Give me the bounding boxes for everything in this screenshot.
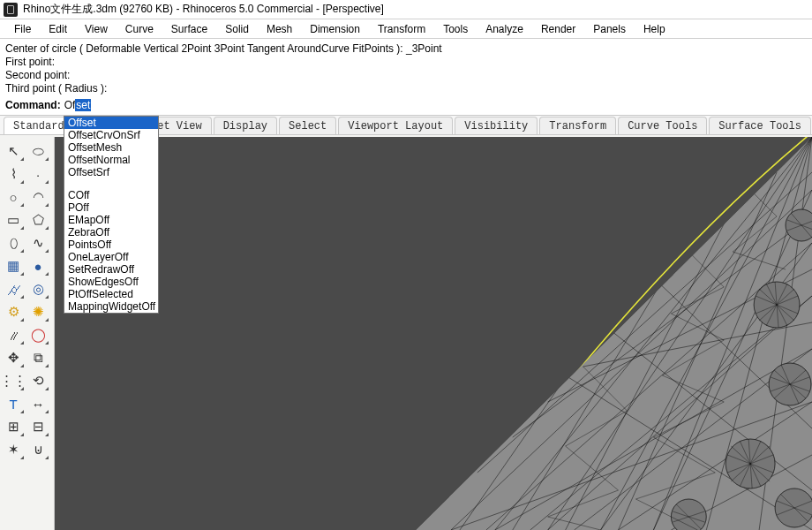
menu-mesh[interactable]: Mesh: [259, 21, 299, 37]
window-title: Rhino文件生成.3dm (92760 KB) - Rhinoceros 5.…: [23, 2, 384, 17]
copy-obj-tool[interactable]: ⧉: [26, 347, 49, 368]
autocomplete-item[interactable]: ZebraOff: [64, 226, 158, 238]
titlebar: Rhino文件生成.3dm (92760 KB) - Rhinoceros 5.…: [0, 0, 812, 19]
sphere-tool[interactable]: ●: [26, 255, 49, 276]
tube-tool[interactable]: ◎: [26, 278, 49, 299]
big-o-tool[interactable]: ◯: [26, 324, 49, 345]
autocomplete-item[interactable]: COff: [64, 189, 158, 201]
move-tool[interactable]: ✥: [2, 347, 25, 368]
group-tool[interactable]: ⊞: [2, 416, 25, 437]
arc-tool[interactable]: ◠: [26, 186, 49, 208]
tab-surface-tools[interactable]: Surface Tools: [709, 117, 811, 134]
viewport-perspective[interactable]: [55, 137, 812, 530]
autocomplete-item[interactable]: EMapOff: [64, 214, 158, 226]
history-line: Second point:: [5, 69, 807, 82]
menu-file[interactable]: File: [7, 21, 38, 37]
ellipse-tool[interactable]: ⬯: [2, 232, 25, 254]
command-typed: Ofset: [64, 99, 92, 111]
autocomplete-item[interactable]: OffsetNormal: [64, 154, 158, 166]
menu-solid[interactable]: Solid: [218, 21, 256, 37]
command-history: Center of circle ( Deformable Vertical 2…: [0, 39, 812, 97]
mesh-render: [55, 137, 812, 530]
menu-curve[interactable]: Curve: [118, 21, 161, 37]
autocomplete-item[interactable]: POff: [64, 201, 158, 214]
history-line: Center of circle ( Deformable Vertical 2…: [5, 42, 807, 56]
curve-tool[interactable]: ∿: [26, 232, 49, 254]
autocomplete-item[interactable]: Offset: [64, 117, 158, 129]
history-line: First point:: [5, 56, 807, 69]
autocomplete-item[interactable]: PointsOff: [64, 238, 158, 251]
explode-tool[interactable]: ✶: [2, 439, 25, 460]
menu-dimension[interactable]: Dimension: [303, 21, 367, 37]
autocomplete-item[interactable]: OffsetCrvOnSrf: [64, 129, 158, 141]
autocomplete-item[interactable]: OneLayerOff: [64, 251, 158, 263]
burst-tool[interactable]: ✺: [26, 301, 49, 322]
autocomplete-item[interactable]: SetRedrawOff: [64, 263, 158, 276]
polyline-tool[interactable]: ⌇: [2, 163, 25, 185]
offset-tool[interactable]: ⫽: [2, 324, 25, 345]
cylinder-tool[interactable]: ⌭: [2, 278, 25, 299]
tab-display[interactable]: Display: [214, 117, 277, 134]
tab-curve-tools[interactable]: Curve Tools: [618, 117, 707, 134]
rect-tool[interactable]: ▭: [2, 209, 25, 231]
autocomplete-item[interactable]: MappingWidgetOff: [64, 300, 158, 313]
lasso-tool[interactable]: ⬭: [26, 140, 49, 162]
menu-edit[interactable]: Edit: [41, 21, 74, 37]
autocomplete-item[interactable]: ShowEdgesOff: [64, 276, 158, 288]
command-line[interactable]: Command: Ofset: [0, 97, 812, 116]
menu-transform[interactable]: Transform: [371, 21, 432, 37]
tab-visibility[interactable]: Visibility: [455, 117, 538, 134]
gear-tool[interactable]: ⚙: [2, 301, 25, 322]
pointer-tool[interactable]: ↖: [2, 140, 25, 162]
menu-analyze[interactable]: Analyze: [478, 21, 530, 37]
autocomplete-item[interactable]: OffsetMesh: [64, 141, 158, 154]
tab-transform[interactable]: Transform: [539, 117, 616, 134]
point-tool[interactable]: ·: [26, 163, 49, 185]
autocomplete-item[interactable]: OffsetSrf: [64, 166, 158, 178]
circle-tool[interactable]: ○: [2, 186, 25, 208]
dim-tool[interactable]: ↔: [26, 393, 49, 414]
ungroup-tool[interactable]: ⊟: [26, 416, 49, 437]
menu-tools[interactable]: Tools: [436, 21, 475, 37]
tab-select[interactable]: Select: [279, 117, 336, 134]
left-toolbar: ↖⬭⌇·○◠▭⬠⬯∿▦●⌭◎⚙✺⫽◯✥⧉⋮⋮⟲T↔⊞⊟✶⊍: [0, 137, 55, 530]
app-icon: [4, 3, 18, 17]
rotate-obj-tool[interactable]: ⟲: [26, 370, 49, 391]
menu-surface[interactable]: Surface: [164, 21, 214, 37]
menu-panels[interactable]: Panels: [586, 21, 633, 37]
box-tool[interactable]: ▦: [2, 255, 25, 276]
menu-help[interactable]: Help: [636, 21, 673, 37]
command-autocomplete[interactable]: OffsetOffsetCrvOnSrfOffsetMeshOffsetNorm…: [64, 116, 159, 314]
menu-render[interactable]: Render: [534, 21, 583, 37]
array-tool[interactable]: ⋮⋮: [2, 370, 25, 391]
text-tool[interactable]: T: [2, 393, 25, 414]
autocomplete-item[interactable]: PtOffSelected: [64, 288, 158, 300]
menu-view[interactable]: View: [78, 21, 115, 37]
join-tool[interactable]: ⊍: [26, 439, 49, 460]
history-line: Third point ( Radius ):: [5, 82, 807, 95]
tab-viewport-layout[interactable]: Viewport Layout: [338, 117, 453, 134]
command-label: Command:: [5, 99, 61, 111]
menubar: FileEditViewCurveSurfaceSolidMeshDimensi…: [0, 19, 812, 39]
polygon-tool[interactable]: ⬠: [26, 209, 49, 231]
